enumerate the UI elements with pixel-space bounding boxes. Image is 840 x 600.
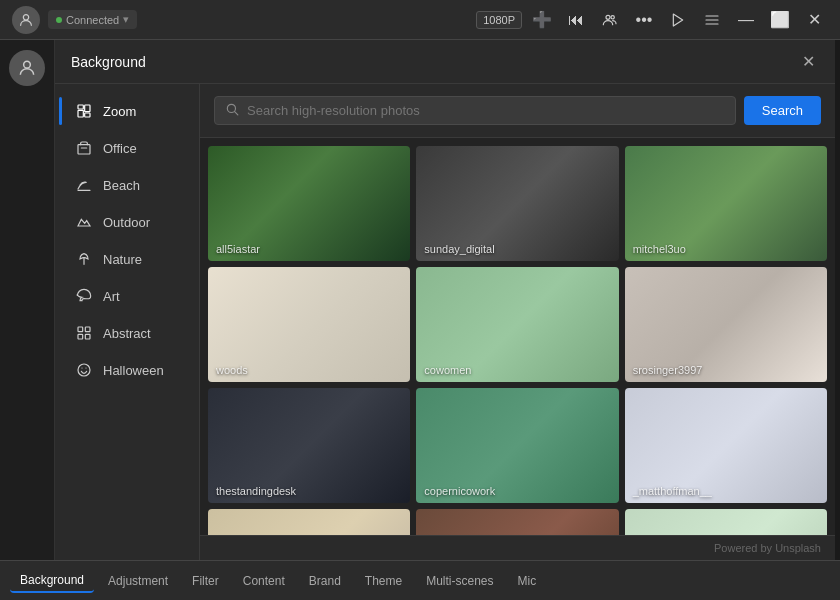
main-area: Background ✕ Zoom Office xyxy=(0,40,840,560)
category-item-outdoor[interactable]: Outdoor xyxy=(61,204,193,240)
top-bar: Connected ▾ 1080P ➕ ⏮ ••• — ⬜ ✕ xyxy=(0,0,840,40)
panel-title: Background xyxy=(71,54,797,70)
category-label-outdoor: Outdoor xyxy=(103,215,150,230)
category-item-nature[interactable]: Nature xyxy=(61,241,193,277)
panel-close-button[interactable]: ✕ xyxy=(797,51,819,73)
category-label-nature: Nature xyxy=(103,252,142,267)
svg-point-7 xyxy=(24,61,31,68)
svg-rect-10 xyxy=(85,105,90,112)
skip-icon[interactable]: ⏮ xyxy=(562,6,590,34)
photo-card-3[interactable]: woods xyxy=(208,267,410,382)
toolbar-item-filter[interactable]: Filter xyxy=(182,570,229,592)
photo-label-6: thestandingdesk xyxy=(216,485,296,497)
category-label-art: Art xyxy=(103,289,120,304)
svg-rect-8 xyxy=(78,105,83,109)
svg-rect-15 xyxy=(78,327,83,332)
svg-rect-11 xyxy=(85,113,90,117)
office-icon xyxy=(75,139,93,157)
photo-area: Search all5iastarsunday_digitalmitchel3u… xyxy=(200,84,835,560)
play-icon[interactable] xyxy=(664,6,692,34)
search-bar: Search xyxy=(200,84,835,138)
topbar-controls: 1080P ➕ ⏮ ••• — ⬜ ✕ xyxy=(476,6,828,34)
category-label-halloween: Halloween xyxy=(103,363,164,378)
toolbar-item-content[interactable]: Content xyxy=(233,570,295,592)
svg-rect-16 xyxy=(85,327,90,332)
search-input[interactable] xyxy=(247,103,725,118)
minimize-icon[interactable]: — xyxy=(732,6,760,34)
category-item-art[interactable]: Art xyxy=(61,278,193,314)
category-item-office[interactable]: Office xyxy=(61,130,193,166)
photo-card-11[interactable] xyxy=(625,509,827,535)
svg-marker-3 xyxy=(673,14,682,26)
search-icon xyxy=(225,102,239,119)
photo-label-1: sunday_digital xyxy=(424,243,494,255)
photo-card-2[interactable]: mitchel3uo xyxy=(625,146,827,261)
photo-card-6[interactable]: thestandingdesk xyxy=(208,388,410,503)
zoom-icon xyxy=(75,102,93,120)
nature-icon xyxy=(75,250,93,268)
toolbar-item-theme[interactable]: Theme xyxy=(355,570,412,592)
category-sidebar: Zoom Office Beach xyxy=(55,84,200,560)
photo-card-8[interactable]: _matthoffman__ xyxy=(625,388,827,503)
category-label-office: Office xyxy=(103,141,137,156)
toolbar-item-multi-scenes[interactable]: Multi-scenes xyxy=(416,570,503,592)
photo-card-0[interactable]: all5iastar xyxy=(208,146,410,261)
photo-label-5: srosinger3997 xyxy=(633,364,703,376)
category-label-zoom: Zoom xyxy=(103,104,136,119)
photo-label-8: _matthoffman__ xyxy=(633,485,712,497)
resolution-badge: 1080P xyxy=(476,11,522,29)
photo-card-1[interactable]: sunday_digital xyxy=(416,146,618,261)
photo-grid: all5iastarsunday_digitalmitchel3uowoodsc… xyxy=(200,138,835,535)
photo-card-5[interactable]: srosinger3997 xyxy=(625,267,827,382)
maximize-icon[interactable]: ⬜ xyxy=(766,6,794,34)
photo-card-10[interactable] xyxy=(416,509,618,535)
avatar xyxy=(12,6,40,34)
svg-rect-12 xyxy=(78,145,90,154)
panel-body: Zoom Office Beach xyxy=(55,84,835,560)
photo-label-4: cowomen xyxy=(424,364,471,376)
bottom-toolbar: BackgroundAdjustmentFilterContentBrandTh… xyxy=(0,560,840,600)
beach-icon xyxy=(75,176,93,194)
halloween-icon xyxy=(75,361,93,379)
svg-point-19 xyxy=(78,364,90,376)
category-item-beach[interactable]: Beach xyxy=(61,167,193,203)
menu-icon[interactable] xyxy=(698,6,726,34)
more-options-icon[interactable]: ••• xyxy=(630,6,658,34)
art-icon xyxy=(75,287,93,305)
photo-card-7[interactable]: copernicowork xyxy=(416,388,618,503)
toolbar-item-background[interactable]: Background xyxy=(10,569,94,593)
svg-point-2 xyxy=(611,15,614,18)
photo-label-2: mitchel3uo xyxy=(633,243,686,255)
background-panel: Background ✕ Zoom Office xyxy=(55,40,835,560)
svg-point-0 xyxy=(23,14,28,19)
category-label-abstract: Abstract xyxy=(103,326,151,341)
user-avatar-small xyxy=(9,50,45,86)
category-item-zoom[interactable]: Zoom xyxy=(61,93,193,129)
photo-card-4[interactable]: cowomen xyxy=(416,267,618,382)
close-icon[interactable]: ✕ xyxy=(800,6,828,34)
participants-icon[interactable] xyxy=(596,6,624,34)
photo-label-0: all5iastar xyxy=(216,243,260,255)
category-label-beach: Beach xyxy=(103,178,140,193)
search-button[interactable]: Search xyxy=(744,96,821,125)
outdoor-icon xyxy=(75,213,93,231)
panel-header: Background ✕ xyxy=(55,40,835,84)
toolbar-item-adjustment[interactable]: Adjustment xyxy=(98,570,178,592)
toolbar-item-brand[interactable]: Brand xyxy=(299,570,351,592)
status-dot xyxy=(56,17,62,23)
svg-point-1 xyxy=(606,15,610,19)
abstract-icon xyxy=(75,324,93,342)
svg-rect-9 xyxy=(78,110,83,117)
photo-card-9[interactable] xyxy=(208,509,410,535)
toolbar-item-mic[interactable]: Mic xyxy=(508,570,547,592)
category-item-abstract[interactable]: Abstract xyxy=(61,315,193,351)
unsplash-credit: Powered by Unsplash xyxy=(200,535,835,560)
left-strip xyxy=(0,40,55,560)
photo-label-3: woods xyxy=(216,364,248,376)
add-icon[interactable]: ➕ xyxy=(528,6,556,34)
photo-label-7: copernicowork xyxy=(424,485,495,497)
svg-line-21 xyxy=(235,112,238,115)
category-item-halloween[interactable]: Halloween xyxy=(61,352,193,388)
connection-status: Connected ▾ xyxy=(48,10,137,29)
svg-rect-17 xyxy=(78,334,83,339)
